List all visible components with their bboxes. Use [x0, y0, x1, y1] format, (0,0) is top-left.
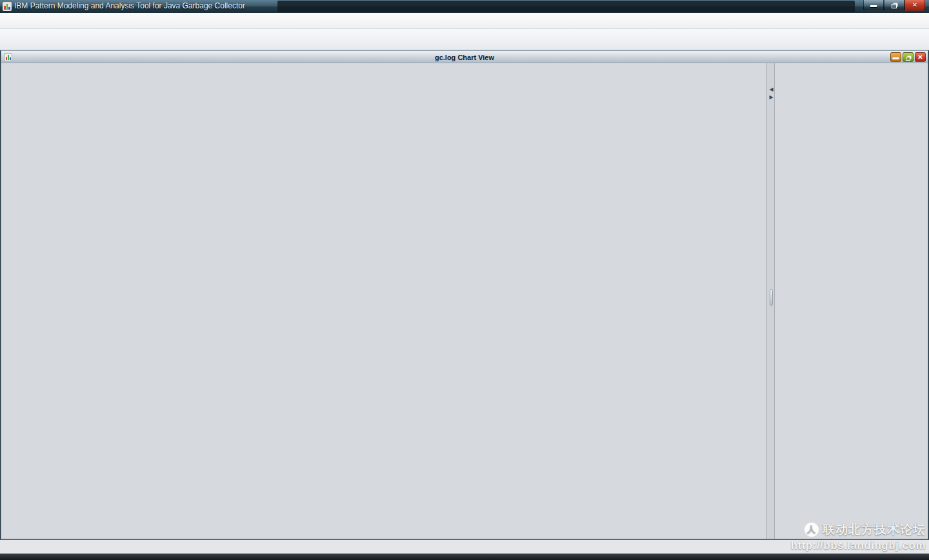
inner-restore-button[interactable]	[903, 52, 914, 62]
os-taskbar	[0, 554, 929, 560]
gc-chart-svg[interactable]	[1, 63, 766, 540]
divider-collapse-left-icon[interactable]: ◀	[768, 86, 774, 93]
view-tabs-bar	[0, 539, 929, 554]
inner-window-titlebar[interactable]: gc.log Chart View ▬ ✕	[1, 51, 928, 63]
divider-collapse-right-icon[interactable]: ▶	[768, 94, 774, 101]
restore-button[interactable]	[884, 0, 904, 11]
window-title: IBM Pattern Modeling and Analysis Tool f…	[14, 1, 245, 10]
application-window: IBM Pattern Modeling and Analysis Tool f…	[0, 0, 929, 560]
split-divider[interactable]: ◀ ▶	[766, 63, 775, 539]
inner-minimize-button[interactable]: ▬	[890, 52, 901, 62]
app-icon	[3, 2, 12, 11]
toolbar	[0, 29, 929, 50]
inner-restore-icon	[906, 57, 910, 61]
gc-chart-area[interactable]	[1, 63, 766, 539]
background-taskbar-ghost	[277, 1, 855, 12]
minimize-button[interactable]: ▬	[863, 0, 884, 11]
window-titlebar: IBM Pattern Modeling and Analysis Tool f…	[0, 0, 929, 13]
inner-close-button[interactable]: ✕	[915, 52, 926, 62]
restore-icon	[892, 4, 897, 8]
menu-bar	[0, 13, 929, 29]
chart-window-icon	[4, 53, 12, 61]
divider-grip[interactable]	[770, 289, 773, 306]
close-button[interactable]: ✕	[904, 0, 925, 11]
legend-panel	[775, 63, 928, 539]
inner-window-title: gc.log Chart View	[435, 54, 494, 61]
gc-log-chart-frame: gc.log Chart View ▬ ✕ ◀ ▶	[1, 50, 928, 539]
